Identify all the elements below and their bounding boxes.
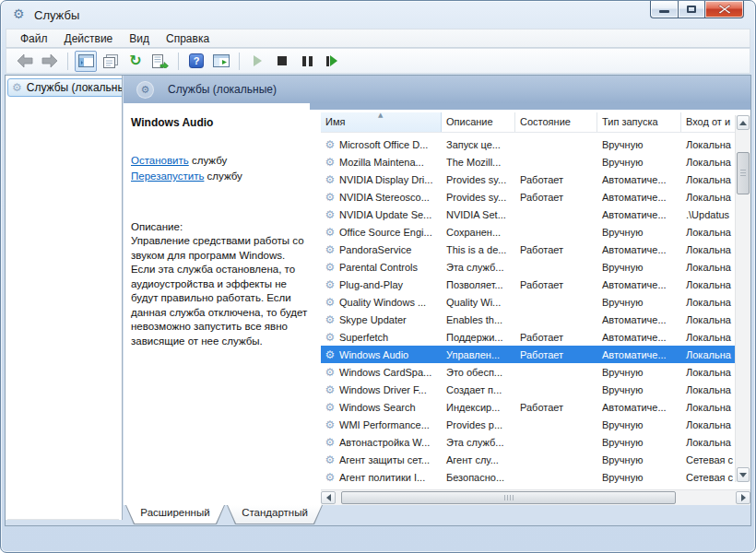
service-gear-icon: ⚙ [323, 243, 337, 256]
scrollbar-thumb[interactable] [341, 491, 676, 504]
service-name-cell: ⚙Skype Updater [321, 313, 442, 326]
service-startup-cell: Вручную [597, 437, 681, 448]
service-startup-cell: Вручную [597, 454, 681, 465]
table-row[interactable]: ⚙Windows Driver F...Создает п...ВручнуюЛ… [321, 381, 735, 398]
service-desc-cell: Запуск це... [442, 139, 515, 150]
table-row[interactable]: ⚙Microsoft Office D...Запуск це...Вручну… [321, 135, 735, 153]
service-gear-icon: ⚙ [323, 436, 337, 449]
scroll-left-button[interactable] [321, 491, 336, 504]
pause-icon [302, 56, 313, 66]
back-button[interactable] [14, 51, 36, 72]
table-row[interactable]: ⚙Windows SearchИндексир...РаботаетАвтома… [321, 398, 735, 416]
export-list-icon [152, 54, 169, 68]
table-row[interactable]: ⚙Автонастройка W...Эта служб...ВручнуюЛо… [321, 433, 735, 451]
services-rows: ⚙Microsoft Office D...Запуск це...Вручну… [321, 135, 750, 489]
service-login-cell: Локальна [681, 244, 735, 255]
service-desc-cell: This is a de... [442, 244, 515, 255]
scrollbar-thumb[interactable] [737, 152, 750, 194]
extended-view-button[interactable] [210, 51, 232, 72]
service-name-cell: ⚙Агент защиты сет... [321, 453, 442, 466]
properties-button[interactable] [100, 51, 122, 72]
service-desc-cell: Безопасно... [442, 472, 515, 483]
service-startup-cell: Вручную [597, 384, 681, 395]
properties-icon [103, 54, 118, 68]
service-login-cell: Локальна [681, 227, 735, 238]
service-gear-icon: ⚙ [323, 138, 337, 151]
service-startup-cell: Вручную [597, 262, 681, 273]
menu-view[interactable]: Вид [121, 30, 158, 47]
tree-horizontal-scrollbar[interactable] [7, 519, 119, 520]
service-login-cell: Локальна [681, 157, 735, 168]
service-desc-cell: Сохранен... [442, 227, 515, 238]
table-row[interactable]: ⚙Агент политики I...Безопасно...ВручнуюС… [321, 468, 735, 486]
table-row[interactable]: ⚙WMI Performance...Provides p...ВручнуюЛ… [321, 416, 735, 433]
table-row[interactable]: ⚙Plug-and-PlayПозволяет...РаботаетАвтома… [321, 276, 735, 293]
service-gear-icon: ⚙ [323, 366, 337, 379]
scroll-up-button[interactable] [737, 115, 750, 130]
scroll-right-button[interactable] [736, 491, 750, 504]
service-login-cell: Локальна [681, 279, 735, 290]
minimize-button[interactable] [650, 1, 678, 18]
service-gear-icon: ⚙ [323, 418, 337, 431]
restart-service-button[interactable] [321, 51, 343, 72]
table-row[interactable]: ⚙Windows CardSpa...Это обесп...ВручнуюЛо… [321, 363, 735, 381]
service-desc-cell: Эта служб... [442, 262, 515, 273]
stop-service-link[interactable]: Остановить [131, 155, 189, 166]
tab-standard[interactable]: Стандартный [227, 505, 323, 524]
show-console-tree-button[interactable] [75, 51, 97, 72]
table-row[interactable]: ⚙Mozilla Maintena...The Mozill...Вручную… [321, 153, 735, 171]
table-row[interactable]: ⚙PandoraServiceThis is a de...РаботаетАв… [321, 241, 735, 258]
table-row[interactable]: ⚙NVIDIA Update Se...NVIDIA Set...Автомат… [321, 206, 735, 223]
extended-view-icon [213, 54, 230, 67]
service-login-cell: Локальна [681, 174, 735, 185]
service-name-cell: ⚙Windows CardSpa... [321, 366, 442, 379]
tab-extended[interactable]: Расширенный [125, 505, 225, 524]
service-gear-icon: ⚙ [323, 208, 337, 221]
toolbar-separator [178, 53, 179, 70]
help-button[interactable]: ? [185, 51, 207, 72]
console-tree-icon [78, 54, 94, 67]
title-bar[interactable]: ⚙ Службы [1, 1, 755, 29]
table-row[interactable]: ⚙Quality Windows ...Quality Wi...Вручную… [321, 293, 735, 311]
column-header-status[interactable]: Состояние [515, 112, 597, 132]
vertical-scrollbar[interactable] [735, 115, 750, 482]
menu-bar: Файл Действие Вид Справка [6, 29, 750, 48]
refresh-button[interactable]: ↻ [124, 51, 147, 72]
menu-file[interactable]: Файл [12, 30, 56, 47]
service-status-cell: Работает [515, 192, 597, 203]
column-header-startup-type[interactable]: Тип запуска [597, 112, 681, 132]
pause-service-button[interactable] [296, 51, 318, 72]
table-row[interactable]: ⚙Skype UpdaterEnables th...Автоматиче...… [321, 311, 735, 328]
table-row[interactable]: ⚙NVIDIA Stereosco...Provides sy...Работа… [321, 188, 735, 206]
table-row[interactable]: ⚙Windows AudioУправлен...РаботаетАвтомат… [321, 346, 735, 363]
menu-help[interactable]: Справка [158, 30, 218, 47]
pane-content: Windows Audio Остановить службу Перезапу… [124, 103, 750, 505]
service-login-cell: Локальна [681, 297, 735, 308]
table-row[interactable]: ⚙SuperfetchПоддержи...РаботаетАвтоматиче… [321, 328, 735, 346]
service-gear-icon: ⚙ [323, 261, 337, 274]
restart-service-link[interactable]: Перезапустить [131, 171, 204, 182]
scroll-down-button[interactable] [737, 467, 750, 482]
menu-action[interactable]: Действие [56, 30, 122, 47]
toolbar-separator [67, 53, 68, 70]
service-startup-cell: Вручную [597, 297, 681, 308]
table-row[interactable]: ⚙Агент защиты сет...Агент слу...ВручнуюС… [321, 451, 735, 468]
tree-item-services-local[interactable]: ⚙ Службы (локальные) [7, 78, 123, 97]
maximize-button[interactable] [678, 1, 704, 18]
column-header-description[interactable]: Описание [442, 112, 515, 132]
stop-service-button[interactable] [271, 51, 293, 72]
list-horizontal-scrollbar[interactable] [321, 489, 750, 505]
table-row[interactable]: ⚙NVIDIA Display Dri...Provides sy...Рабо… [321, 171, 735, 188]
export-list-button[interactable] [149, 51, 171, 72]
column-header-name[interactable]: Имя ▲ [321, 112, 442, 132]
table-row[interactable]: ⚙Office Source Engi...Сохранен...Вручную… [321, 223, 735, 241]
table-row[interactable]: ⚙Parental ControlsЭта служб...ВручнуюЛок… [321, 258, 735, 276]
column-header-log-on-as[interactable]: Вход от и [681, 112, 735, 132]
service-startup-cell: Автоматиче... [597, 174, 681, 185]
forward-button[interactable] [39, 51, 61, 72]
start-service-button[interactable] [246, 51, 268, 72]
close-button[interactable] [704, 1, 744, 18]
service-description: Управление средствами работы со звуком д… [131, 234, 312, 348]
service-desc-cell: NVIDIA Set... [442, 209, 515, 220]
service-name-cell: ⚙NVIDIA Stereosco... [321, 191, 442, 204]
